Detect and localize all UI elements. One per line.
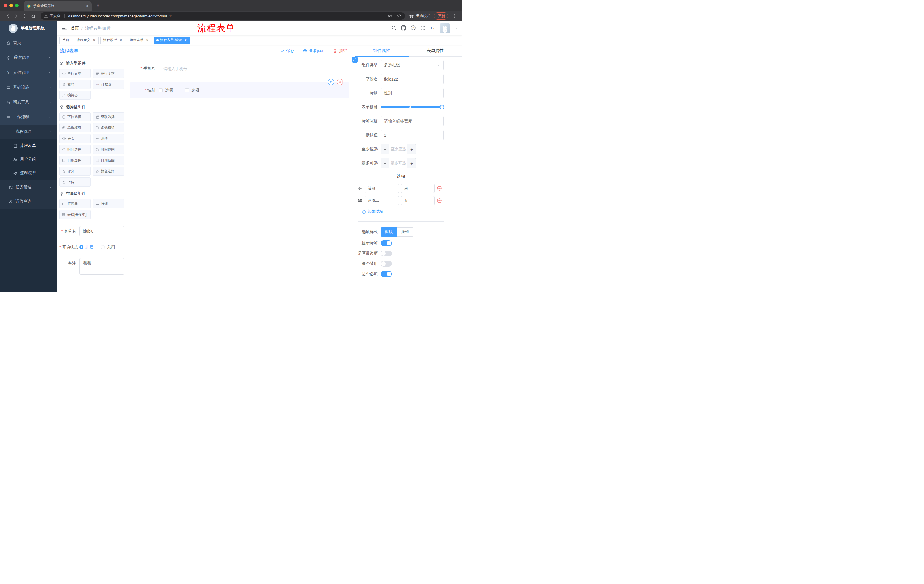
window-minimize-button[interactable] — [10, 4, 13, 7]
option-style-button-button[interactable]: 按钮 — [397, 227, 413, 237]
tag-close-icon[interactable]: ✕ — [119, 38, 122, 42]
help-icon[interactable] — [411, 25, 416, 31]
min-select-placeholder[interactable]: 至少应选 — [389, 144, 407, 154]
palette-item-color-picker[interactable]: 颜色选择 — [93, 166, 124, 176]
user-avatar[interactable] — [440, 23, 450, 33]
palette-item-time-picker[interactable]: 时间选择 — [59, 145, 91, 154]
tag-close-icon[interactable]: ✕ — [184, 38, 187, 42]
tag-close-icon[interactable]: ✕ — [146, 38, 149, 42]
status-on-radio[interactable]: 开启 — [79, 245, 94, 250]
tag-process-form-edit[interactable]: 流程表单-编辑 ✕ — [153, 36, 190, 44]
reload-button[interactable] — [21, 12, 29, 20]
new-tab-button[interactable]: + — [94, 2, 102, 10]
palette-item-radio-group[interactable]: 单选框组 — [59, 123, 91, 132]
grid-slider[interactable] — [381, 102, 444, 112]
show-label-toggle[interactable] — [381, 240, 392, 246]
status-off-radio[interactable]: 关闭 — [101, 245, 115, 250]
option-drag-icon[interactable] — [358, 186, 362, 191]
component-type-select[interactable]: 多选框组 — [381, 60, 444, 70]
option-drag-icon[interactable] — [358, 198, 362, 203]
view-json-button[interactable]: 查看json — [303, 48, 325, 53]
tag-process-definition[interactable]: 流程定义 ✕ — [74, 36, 99, 44]
bookmark-star-icon[interactable] — [397, 13, 401, 19]
palette-item-select[interactable]: 下拉选择 — [59, 112, 91, 122]
palette-item-counter[interactable]: 计数器 — [93, 80, 124, 89]
sidebar-item-workflow[interactable]: 工作流程 — [0, 110, 57, 125]
remove-option-icon[interactable] — [437, 186, 442, 191]
sidebar-item-home[interactable]: 首页 — [0, 35, 57, 50]
back-button[interactable] — [3, 12, 12, 20]
phone-field-input[interactable] — [159, 63, 345, 74]
tag-process-form[interactable]: 流程表单 ✕ — [127, 36, 152, 44]
minus-icon[interactable]: − — [381, 158, 389, 168]
plus-icon[interactable]: + — [407, 158, 416, 168]
form-remark-textarea[interactable]: 嘿嘿 — [79, 258, 124, 275]
browser-menu-icon[interactable] — [450, 12, 459, 20]
palette-item-row-container[interactable]: 行容器 — [59, 199, 91, 208]
tag-home[interactable]: 首页 — [59, 36, 72, 44]
url-bar[interactable]: 不安全 dashboard.yudao.iocoder.cn/bpm/manag… — [41, 12, 405, 20]
sidebar-item-devtools[interactable]: 研发工具 — [0, 95, 57, 110]
palette-item-cascader[interactable]: 级联选择 — [93, 112, 124, 122]
window-zoom-button[interactable] — [15, 4, 18, 7]
palette-item-table[interactable]: 表格[开发中] — [59, 210, 91, 219]
form-name-input[interactable] — [79, 226, 124, 236]
gender-option-2-checkbox[interactable]: 选项二 — [185, 88, 203, 93]
browser-tab[interactable]: 芋道管理系统 ✕ — [24, 1, 92, 11]
required-toggle[interactable] — [381, 271, 392, 277]
canvas-field-phone[interactable]: 手机号 — [127, 63, 355, 74]
copy-component-button[interactable] — [328, 79, 334, 85]
sidebar-item-process-model[interactable]: 流程模型 — [0, 166, 57, 180]
default-value-input[interactable] — [381, 130, 444, 140]
palette-item-single-line-text[interactable]: 单行文本 — [59, 69, 91, 78]
clear-button[interactable]: 清空 — [333, 48, 347, 53]
label-width-input[interactable] — [381, 116, 444, 126]
disabled-toggle[interactable] — [381, 261, 392, 267]
option-1-value-input[interactable] — [401, 184, 434, 193]
save-button[interactable]: 保存 — [280, 48, 294, 53]
sidebar-item-task-management[interactable]: 任务管理 — [0, 180, 57, 194]
option-1-label-input[interactable] — [365, 184, 399, 193]
avatar-caret-icon[interactable] — [454, 26, 457, 31]
option-2-value-input[interactable] — [401, 196, 434, 205]
github-icon[interactable] — [401, 25, 406, 31]
palette-item-button[interactable]: 按钮 — [93, 199, 124, 208]
tag-close-icon[interactable]: ✕ — [92, 38, 96, 42]
slider-track[interactable] — [381, 106, 444, 108]
border-toggle[interactable] — [381, 250, 392, 256]
add-option-button[interactable]: 添加选项 — [361, 209, 462, 214]
palette-item-time-range[interactable]: 时间范围 — [93, 145, 124, 154]
option-2-label-input[interactable] — [365, 196, 399, 205]
palette-item-date-picker[interactable]: 日期选择 — [59, 156, 91, 165]
sidebar-item-payment[interactable]: 支付管理 — [0, 65, 57, 80]
font-size-icon[interactable] — [430, 25, 436, 32]
option-style-default-button[interactable]: 默认 — [381, 227, 397, 237]
sidebar-item-process-management[interactable]: 流程管理 — [0, 125, 57, 139]
title-input[interactable] — [381, 88, 444, 98]
gender-option-1-checkbox[interactable]: 选项一 — [159, 88, 177, 93]
sidebar-item-infrastructure[interactable]: 基础设施 — [0, 80, 57, 95]
forward-button[interactable] — [12, 12, 20, 20]
palette-item-checkbox-group[interactable]: 多选框组 — [93, 123, 124, 132]
tab-form-props[interactable]: 表单属性 — [409, 45, 462, 56]
palette-item-multi-line-text[interactable]: 多行文本 — [93, 69, 124, 78]
remove-option-icon[interactable] — [437, 198, 442, 203]
breadcrumb-home[interactable]: 首页 — [71, 26, 79, 31]
password-key-icon[interactable] — [388, 13, 392, 19]
palette-item-slider[interactable]: 滑块 — [93, 134, 124, 143]
palette-item-switch[interactable]: 开关 — [59, 134, 91, 143]
slider-handle[interactable] — [440, 105, 444, 109]
window-close-button[interactable] — [4, 4, 7, 7]
sidebar-item-leave-query[interactable]: 请假查询 — [0, 194, 57, 209]
palette-item-rate[interactable]: 评分 — [59, 166, 91, 176]
sidebar-item-process-form[interactable]: 流程表单 — [0, 139, 57, 153]
home-button[interactable] — [29, 12, 37, 20]
tab-component-props[interactable]: 组件属性 — [355, 45, 409, 56]
browser-update-button[interactable]: 更新 — [434, 12, 448, 20]
sidebar-item-system[interactable]: 系统管理 — [0, 50, 57, 65]
delete-component-button[interactable] — [337, 79, 343, 85]
link-icon[interactable] — [352, 57, 358, 63]
tab-close-icon[interactable]: ✕ — [86, 4, 89, 8]
palette-item-editor[interactable]: 编辑器 — [59, 90, 91, 100]
search-icon[interactable] — [391, 25, 396, 31]
